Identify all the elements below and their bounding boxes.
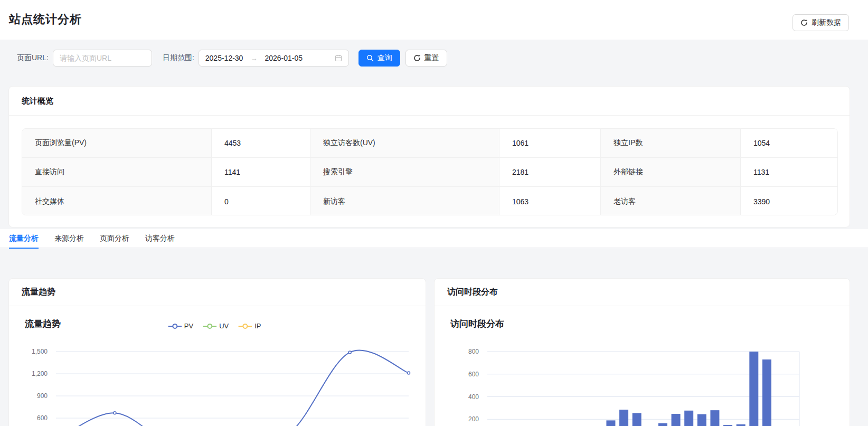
hour-distribution-chart: 0200400600800 访问时段分布	[435, 306, 850, 426]
svg-text:600: 600	[468, 371, 479, 378]
stat-value: 1131	[741, 158, 838, 187]
traffic-trend-card-title: 流量趋势	[22, 287, 55, 298]
hour-bar	[658, 423, 667, 426]
stat-label: 新访客	[310, 187, 499, 215]
filter-bar: 页面URL: 日期范围: 2025-12-30 → 2026-01-05 查询 …	[17, 50, 447, 67]
calendar-icon	[335, 54, 342, 62]
svg-text:900: 900	[37, 392, 48, 400]
hour-distribution-card-title: 访问时段分布	[447, 287, 498, 298]
legend-line-marker-icon	[238, 323, 252, 329]
reset-button[interactable]: 重置	[405, 50, 447, 67]
overview-card-header: 统计概览	[9, 87, 850, 116]
hour-distribution-chart-title: 访问时段分布	[450, 318, 504, 330]
hour-bar	[672, 414, 681, 426]
traffic-trend-chart: 03006009001,2001,500 流量趋势 PV UV IP	[9, 306, 426, 426]
legend-line-marker-icon	[168, 323, 182, 329]
page-title: 站点统计分析	[9, 12, 82, 27]
reload-icon	[800, 19, 808, 26]
date-end-value[interactable]: 2026-01-05	[265, 54, 303, 62]
stat-value: 4453	[212, 129, 310, 158]
legend-item-uv[interactable]: UV	[203, 322, 229, 330]
top-bar: 站点统计分析 刷新数据	[0, 0, 868, 40]
traffic-trend-card: 流量趋势 03006009001,2001,500 流量趋势 PV UV IP	[8, 278, 426, 426]
refresh-data-button[interactable]: 刷新数据	[792, 14, 849, 31]
traffic-trend-chart-title: 流量趋势	[25, 318, 61, 330]
stat-value: 2181	[499, 158, 601, 187]
tab-label: 来源分析	[54, 234, 84, 243]
stat-label: 直接访问	[22, 158, 212, 187]
stat-value: 0	[212, 187, 310, 215]
svg-text:400: 400	[468, 393, 479, 401]
hour-bar	[762, 359, 771, 426]
tab-traffic-analysis[interactable]: 流量分析	[9, 229, 39, 248]
tab-visitor-analysis[interactable]: 访客分析	[145, 229, 175, 248]
overview-title: 统计概览	[22, 96, 53, 106]
query-button-label: 查询	[378, 53, 392, 63]
overview-card: 统计概览 页面浏览量(PV) 4453 独立访客数(UV) 1061 独立IP数…	[8, 86, 850, 228]
hour-bar	[710, 410, 719, 426]
chart-legend: PV UV IP	[168, 322, 261, 330]
reset-reload-icon	[413, 54, 421, 62]
svg-text:600: 600	[37, 414, 48, 422]
svg-text:1,500: 1,500	[32, 348, 48, 355]
stat-value: 1054	[741, 129, 838, 158]
date-range-picker[interactable]: 2025-12-30 → 2026-01-05	[199, 50, 349, 67]
legend-label: PV	[184, 322, 193, 330]
tab-label: 页面分析	[100, 234, 129, 243]
stat-label: 老访客	[601, 187, 741, 215]
tab-label: 访客分析	[145, 234, 175, 243]
refresh-button-label: 刷新数据	[812, 18, 841, 27]
analysis-tabs: 流量分析 来源分析 页面分析 访客分析	[0, 229, 868, 248]
stat-label: 社交媒体	[22, 187, 212, 215]
stat-label: 独立访客数(UV)	[310, 129, 499, 158]
stats-table: 页面浏览量(PV) 4453 独立访客数(UV) 1061 独立IP数 1054…	[22, 128, 838, 215]
reset-button-label: 重置	[424, 53, 439, 63]
stat-label: 页面浏览量(PV)	[22, 129, 212, 158]
date-start-value[interactable]: 2025-12-30	[205, 54, 243, 62]
search-icon	[366, 54, 374, 62]
stat-label: 独立IP数	[601, 129, 741, 158]
hour-bar	[684, 411, 693, 426]
hour-bar	[606, 420, 615, 426]
hour-bar	[697, 414, 706, 426]
page-url-input[interactable]	[53, 50, 152, 67]
tab-source-analysis[interactable]: 来源分析	[54, 229, 84, 248]
stat-label: 外部链接	[601, 158, 741, 187]
arrow-right-icon: →	[250, 54, 257, 62]
stat-value: 1141	[212, 158, 310, 187]
tab-label: 流量分析	[9, 234, 39, 243]
legend-line-marker-icon	[203, 323, 216, 329]
hour-bar	[619, 410, 628, 426]
stat-value: 1061	[499, 129, 601, 158]
hour-distribution-card: 访问时段分布 0200400600800 访问时段分布	[434, 278, 850, 426]
legend-label: UV	[219, 322, 229, 330]
legend-item-pv[interactable]: PV	[168, 322, 193, 330]
hour-bar	[633, 413, 641, 426]
stat-value: 1063	[499, 187, 601, 215]
legend-item-ip[interactable]: IP	[238, 322, 261, 330]
hour-distribution-card-header: 访问时段分布	[435, 279, 850, 306]
hour-bar	[749, 352, 758, 426]
legend-label: IP	[254, 322, 261, 330]
stat-label: 搜索引擎	[310, 158, 499, 187]
svg-text:800: 800	[468, 348, 479, 355]
stat-value: 3390	[741, 187, 838, 215]
svg-text:200: 200	[468, 415, 479, 423]
tab-page-analysis[interactable]: 页面分析	[100, 229, 129, 248]
traffic-trend-card-header: 流量趋势	[9, 279, 426, 306]
svg-text:1,200: 1,200	[32, 370, 48, 377]
date-range-label: 日期范围:	[163, 53, 194, 63]
query-button[interactable]: 查询	[358, 50, 400, 67]
url-filter-label: 页面URL:	[17, 53, 49, 63]
